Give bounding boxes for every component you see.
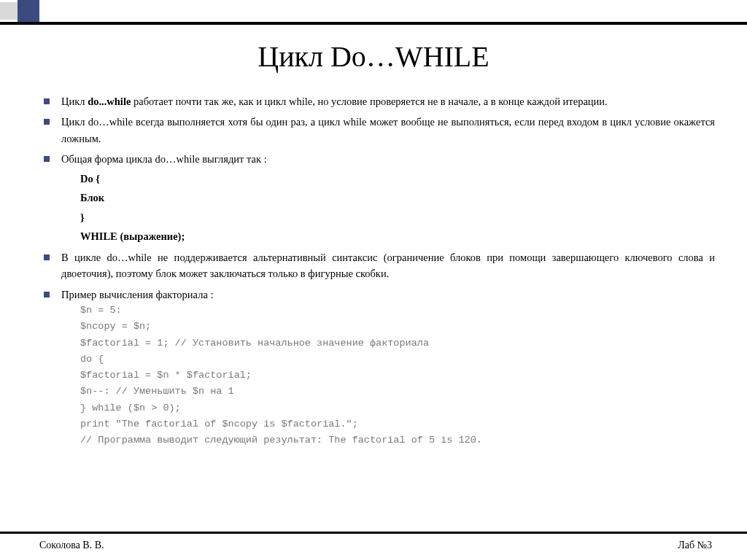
- syntax-line: }: [80, 209, 715, 225]
- code-line: $n = 5:: [80, 305, 122, 316]
- syntax-line: Do {: [80, 171, 715, 187]
- text-bold: do...while: [88, 96, 131, 107]
- footer-author: Соколова В. В.: [39, 540, 104, 551]
- list-item: Общая форма цикла do…while выглядит так …: [42, 151, 715, 244]
- code-line: $ncopy = $n;: [80, 321, 151, 332]
- syntax-line: Блок: [80, 190, 715, 206]
- list-item: Пример вычисления факториала : $n = 5: $…: [42, 287, 715, 449]
- code-line: $n--: // Уменьшить $n на 1: [80, 386, 234, 397]
- slide-top-decoration: [0, 0, 747, 32]
- text: Пример вычисления факториала :: [61, 289, 214, 300]
- list-item: Цикл do...while работает почти так же, к…: [42, 93, 715, 109]
- code-line: do {: [80, 354, 104, 365]
- syntax-block: Do { Блок } WHILE (выражение);: [80, 171, 715, 245]
- slide-title: Цикл Do…WHILE: [0, 39, 747, 74]
- code-line: } while ($n > 0);: [80, 402, 181, 413]
- code-line: $factorial = 1; // Установить начальное …: [80, 338, 429, 349]
- text: Цикл: [61, 96, 88, 107]
- code-line: // Программа выводит следующий результат…: [80, 435, 482, 446]
- decor-square-small: [0, 2, 18, 20]
- footer-line: [0, 532, 747, 534]
- footer-lab-number: Лаб №3: [678, 540, 712, 551]
- slide-content: Цикл do...while работает почти так же, к…: [42, 93, 715, 454]
- list-item: Цикл do…while всегда выполняется хотя бы…: [42, 114, 715, 147]
- code-line: print "The factorial of $ncopy is $facto…: [80, 419, 358, 429]
- list-item: В цикле do…while не поддерживается альте…: [42, 249, 715, 282]
- text: В цикле do…while не поддерживается альте…: [61, 252, 715, 279]
- code-block: $n = 5: $ncopy = $n; $factorial = 1; // …: [80, 303, 715, 448]
- code-line: $factorial = $n * $factorial;: [80, 370, 252, 381]
- text: Общая форма цикла do…while выглядит так …: [61, 153, 267, 165]
- text: работает почти так же, как и цикл while,…: [131, 96, 607, 107]
- decor-bar: [0, 22, 747, 25]
- syntax-line: WHILE (выражение);: [80, 228, 715, 244]
- decor-square-big: [18, 0, 39, 22]
- text: Цикл do…while всегда выполняется хотя бы…: [61, 116, 715, 144]
